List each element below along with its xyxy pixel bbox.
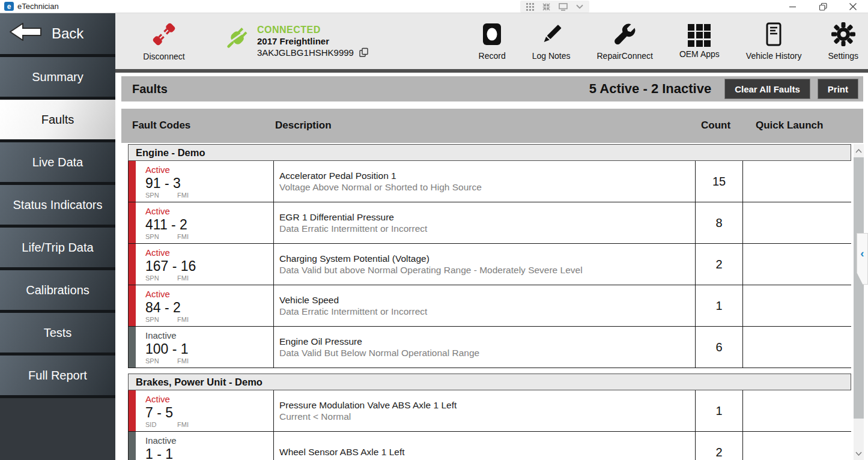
code-type-labels: SPNFMI [145,316,189,323]
fault-title: EGR 1 Differential Pressure [279,211,695,223]
close-button[interactable] [838,0,868,13]
sidebar-item-faults[interactable]: Faults [0,100,115,142]
fmi-label: FMI [177,233,189,240]
sidebar-item-tests[interactable]: Tests [0,313,115,356]
status-bar [129,202,136,243]
grid-icon[interactable] [526,3,534,11]
sidebar-item-full-report[interactable]: Full Report [0,356,115,398]
fault-code-info: Active411 - 2SPNFMI [136,202,189,243]
app-title: eTechnician [17,2,59,11]
quick-launch-cell [743,327,851,368]
fault-title: Charging System Potential (Voltage) [279,253,695,264]
fault-row[interactable]: Inactive1 - 1SIDFMIWheel Sensor ABS Axle… [128,432,851,460]
restore-button[interactable] [808,0,838,13]
code-type-label: SPN [145,316,177,323]
code-type-label: SID [145,421,177,428]
clear-all-faults-button[interactable]: Clear All Faults [724,79,810,99]
fault-row[interactable]: Active7 - 5SIDFMIPressure Modulation Val… [128,390,851,432]
oem-apps-button[interactable]: OEM Apps [679,24,720,59]
fault-detail: Data Valid but above Normal Operating Ra… [279,264,695,276]
back-button[interactable]: Back [0,13,115,57]
sidebar-item-calibrations[interactable]: Calibrations [0,270,115,313]
apps-grid-icon [688,24,711,47]
sidebar-item-summary[interactable]: Summary [0,57,115,100]
fault-row[interactable]: Inactive100 - 1SPNFMIEngine Oil Pressure… [128,327,851,368]
code-type-label: SPN [145,274,177,282]
fault-code-cell: Active7 - 5SIDFMI [129,390,274,431]
fault-code-cell: Active91 - 3SPNFMI [129,161,274,202]
vertical-scrollbar[interactable] [854,144,864,460]
code-type-labels: SIDFMI [145,421,189,428]
titlebar: e eTechnician [0,0,868,13]
code-type-labels: SPNFMI [145,192,189,199]
status-bar [129,390,136,431]
chevron-left-icon: ‹ [860,247,864,260]
wrench-icon [613,22,637,49]
fault-code: 100 - 1 [145,341,189,357]
fault-detail: Current < Normal [279,411,695,422]
fault-code: 1 - 1 [145,446,189,460]
record-button[interactable]: Record [479,22,506,61]
connection-text: CONNECTED 2017 Freightliner 3AKJGLBG1HSH… [257,24,369,59]
page-title: Faults [121,82,168,96]
fault-code-cell: Active167 - 16SPNFMI [129,244,274,285]
code-type-label: SPN [145,357,177,365]
minimize-button[interactable] [778,0,808,13]
fault-code: 167 - 16 [145,258,196,274]
log-notes-button[interactable]: Log Notes [532,22,571,61]
repairconnect-button[interactable]: RepairConnect [597,22,653,61]
fault-code-cell: Active411 - 2SPNFMI [129,202,274,243]
quick-launch-cell [743,285,851,326]
code-type-labels: SPNFMI [145,233,189,240]
description-cell: Pressure Modulation Valve ABS Axle 1 Lef… [274,390,696,431]
sidebar-item-life-trip-data[interactable]: Life/Trip Data [0,228,115,270]
fault-row[interactable]: Active167 - 16SPNFMICharging System Pote… [128,244,851,285]
fault-row[interactable]: Active91 - 3SPNFMIAccelerator Pedal Posi… [128,161,851,202]
fault-row[interactable]: Active411 - 2SPNFMIEGR 1 Differential Pr… [128,202,851,244]
fault-code-info: Inactive1 - 1SIDFMI [136,432,189,460]
quick-launch-cell [743,432,851,460]
status-label: Active [145,289,189,300]
sidebar-item-live-data[interactable]: Live Data [0,142,115,185]
quick-launch-cell [743,161,851,202]
scroll-up-icon[interactable] [854,144,864,157]
fault-detail: Data Erratic Intermittent or Incorrect [279,223,695,234]
sidebar-item-status-indicators[interactable]: Status Indicators [0,185,115,228]
count-cell: 8 [696,202,743,243]
fault-code-cell: Active84 - 2SPNFMI [129,285,274,326]
status-label: Active [145,207,189,217]
description-cell: EGR 1 Differential PressureData Erratic … [274,202,696,243]
status-label: Active [145,395,189,405]
count-cell: 2 [696,244,743,285]
disconnect-label: Disconnect [143,52,184,61]
collapse-icon[interactable] [542,3,550,11]
column-description: Description [275,120,332,132]
monitor-icon[interactable] [559,3,568,11]
document-icon [762,22,786,49]
fmi-label: FMI [177,357,189,365]
status-label: Inactive [145,331,189,341]
fault-code: 7 - 5 [145,405,189,420]
status-label: Inactive [145,436,189,446]
count-cell: 1 [696,285,743,326]
code-type-label: SPN [145,192,177,199]
fault-detail: Data Erratic Intermittent or Incorrect [279,306,695,317]
scroll-down-icon[interactable] [854,447,864,460]
disconnect-button[interactable]: Disconnect [138,22,190,61]
fault-row[interactable]: Active84 - 2SPNFMIVehicle SpeedData Erra… [128,285,851,327]
fault-code-info: Active167 - 16SPNFMI [136,244,196,285]
fault-code-cell: Inactive1 - 1SIDFMI [129,432,274,460]
settings-button[interactable]: Settings [828,22,858,61]
fault-code-cell: Inactive100 - 1SPNFMI [129,327,274,368]
column-count: Count [701,120,730,132]
connection-status: CONNECTED [257,24,369,36]
scrollbar-thumb[interactable] [854,157,864,419]
vehicle-history-button[interactable]: Vehicle History [746,22,802,61]
chevron-down-icon[interactable] [576,4,583,9]
section-header: Engine - Demo [128,144,851,161]
etechnician-logo-icon: e [4,2,14,11]
copy-icon[interactable] [359,47,369,58]
print-button[interactable]: Print [818,79,858,99]
count-cell: 6 [696,327,743,368]
fault-code-info: Active84 - 2SPNFMI [136,285,189,326]
